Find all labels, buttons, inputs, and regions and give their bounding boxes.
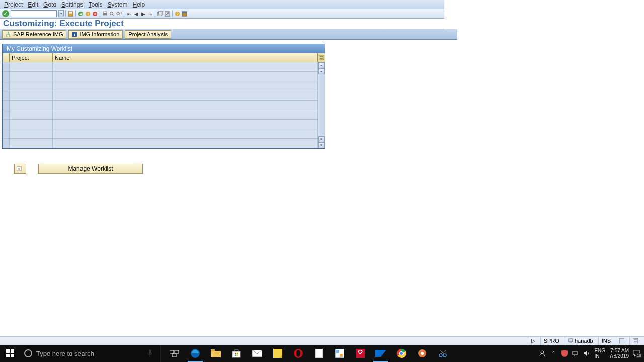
vertical-scrollbar[interactable]: ▴ ▴ ▾ ▾ — [318, 62, 325, 148]
row-selector[interactable] — [3, 129, 10, 138]
first-page-icon[interactable]: ⇤ — [126, 11, 132, 17]
cell-name[interactable] — [53, 91, 318, 100]
layout-icon[interactable] — [181, 11, 188, 17]
last-page-icon[interactable]: ⇥ — [147, 11, 153, 17]
snipping-tool-icon[interactable] — [433, 345, 452, 362]
cell-name[interactable] — [53, 62, 318, 71]
scroll-bottom-icon[interactable]: ▾ — [318, 142, 325, 148]
column-project[interactable]: Project — [10, 53, 53, 62]
menu-tools[interactable]: Tools — [88, 1, 102, 8]
status-abap-icon[interactable] — [629, 337, 641, 345]
shortcut-icon[interactable] — [164, 11, 171, 17]
opera-icon[interactable] — [289, 345, 308, 362]
cell-name[interactable] — [53, 81, 318, 90]
table-row[interactable] — [3, 101, 318, 110]
cell-name[interactable] — [53, 110, 318, 119]
find-next-icon[interactable]: + — [116, 11, 122, 17]
scroll-down-icon[interactable]: ▾ — [318, 136, 325, 142]
cell-name[interactable] — [53, 129, 318, 138]
cell-project[interactable] — [10, 91, 53, 100]
help-icon[interactable]: ? — [174, 11, 181, 17]
cancel-icon[interactable]: ✕ — [92, 11, 98, 17]
table-row[interactable] — [3, 120, 318, 129]
cell-project[interactable] — [10, 62, 53, 71]
row-selector[interactable] — [3, 101, 10, 110]
img-information-button[interactable]: i IMG Information — [68, 30, 123, 39]
row-selector[interactable] — [3, 91, 10, 100]
status-layout-icon[interactable] — [616, 337, 627, 345]
sap-reference-img-button[interactable]: SAP Reference IMG — [2, 30, 66, 39]
row-selector[interactable] — [3, 81, 10, 90]
prev-page-icon[interactable]: ◀ — [133, 11, 139, 17]
paint-icon[interactable] — [330, 345, 349, 362]
microphone-icon[interactable] — [146, 349, 153, 358]
table-row[interactable] — [3, 72, 318, 81]
tray-expand-icon[interactable]: ^ — [550, 350, 557, 357]
notepad-icon[interactable] — [309, 345, 329, 362]
table-row[interactable] — [3, 139, 318, 148]
row-selector[interactable] — [3, 110, 10, 119]
table-config-icon[interactable] — [318, 53, 325, 62]
column-name[interactable]: Name — [53, 53, 318, 62]
table-row[interactable] — [3, 91, 318, 101]
security-icon[interactable] — [561, 350, 568, 357]
edge-icon[interactable] — [186, 345, 205, 362]
command-dropdown-icon[interactable]: ▾ — [58, 10, 64, 17]
menu-help[interactable]: Help — [133, 1, 145, 8]
table-row[interactable] — [3, 62, 318, 72]
cell-name[interactable] — [53, 120, 318, 129]
enter-icon[interactable]: ✓ — [2, 10, 9, 17]
next-page-icon[interactable]: ▶ — [140, 11, 146, 17]
settings-app-icon[interactable] — [413, 345, 432, 362]
tray-clock[interactable]: 7:57 AM 7/8/2019 — [609, 348, 629, 359]
sap-logon-icon[interactable] — [371, 345, 390, 362]
row-selector[interactable] — [3, 72, 10, 81]
mail-icon[interactable] — [248, 345, 267, 362]
row-selector[interactable] — [3, 120, 10, 129]
chrome-icon[interactable] — [392, 345, 411, 362]
menu-goto[interactable]: Goto — [43, 1, 56, 8]
people-icon[interactable] — [539, 350, 546, 357]
command-field[interactable] — [11, 10, 57, 17]
table-row[interactable] — [3, 129, 318, 139]
cell-project[interactable] — [10, 129, 53, 138]
scroll-up-icon[interactable]: ▴ — [318, 68, 325, 74]
cell-name[interactable] — [53, 72, 318, 81]
file-explorer-icon[interactable] — [206, 345, 225, 362]
start-button[interactable] — [0, 345, 20, 362]
print-icon[interactable] — [102, 11, 108, 17]
cell-project[interactable] — [10, 101, 53, 110]
table-row[interactable] — [3, 81, 318, 91]
menu-settings[interactable]: Settings — [61, 1, 83, 8]
cell-project[interactable] — [10, 110, 53, 119]
acrobat-icon[interactable] — [351, 345, 370, 362]
row-selector[interactable] — [3, 62, 10, 71]
action-center-icon[interactable]: 18 — [633, 350, 640, 357]
column-selector[interactable] — [3, 53, 10, 62]
manage-worklist-button[interactable]: Manage Worklist — [38, 164, 143, 174]
tray-language[interactable]: ENG IN — [594, 348, 605, 359]
cell-name[interactable] — [53, 139, 318, 148]
scroll-top-icon[interactable]: ▴ — [318, 62, 325, 68]
table-row[interactable] — [3, 110, 318, 120]
cell-project[interactable] — [10, 72, 53, 81]
cell-project[interactable] — [10, 81, 53, 90]
sticky-notes-icon[interactable] — [268, 345, 287, 362]
volume-icon[interactable] — [583, 350, 590, 357]
save-icon[interactable] — [67, 11, 74, 17]
network-icon[interactable] — [572, 350, 579, 357]
back-icon[interactable]: ◀ — [77, 11, 84, 17]
cell-name[interactable] — [53, 101, 318, 110]
store-icon[interactable] — [227, 345, 246, 362]
find-icon[interactable] — [109, 11, 115, 17]
cell-project[interactable] — [10, 139, 53, 148]
taskbar-search[interactable]: Type here to search — [20, 345, 161, 362]
menu-edit[interactable]: Edit — [28, 1, 38, 8]
menu-system[interactable]: System — [107, 1, 127, 8]
cell-project[interactable] — [10, 120, 53, 129]
task-view-icon[interactable] — [165, 345, 184, 362]
project-analysis-button[interactable]: Project Analysis — [125, 30, 171, 39]
row-selector[interactable] — [3, 139, 10, 148]
exit-icon[interactable]: ↥ — [85, 11, 91, 17]
add-to-worklist-button[interactable] — [14, 164, 26, 174]
